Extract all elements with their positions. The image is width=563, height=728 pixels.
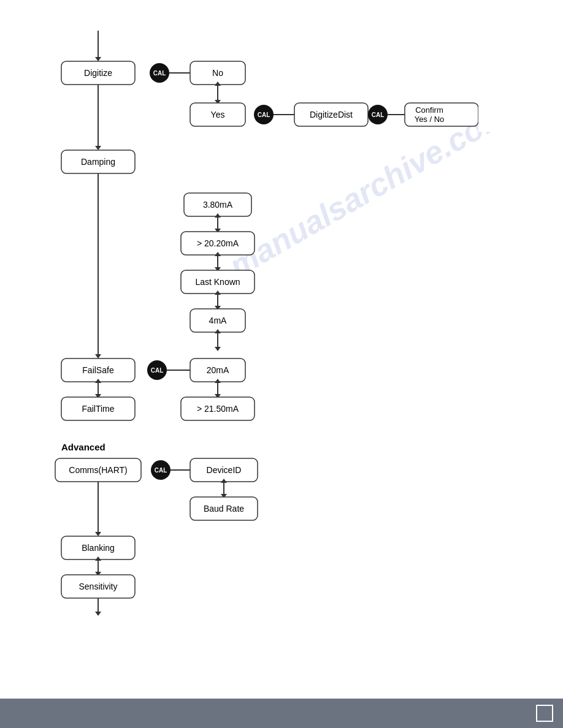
svg-marker-37 xyxy=(215,347,221,351)
digitize-label: Digitize xyxy=(84,68,112,78)
failtime-label: FailTime xyxy=(82,404,114,414)
svg-marker-66 xyxy=(95,612,101,616)
ma4-label: 4mA xyxy=(209,316,227,325)
svg-marker-18 xyxy=(95,146,101,150)
ma2020-label: > 20.20mA xyxy=(197,238,239,248)
ma2150-label: > 21.50mA xyxy=(197,404,239,414)
yes-label: Yes xyxy=(211,110,225,119)
cal4: CAL xyxy=(151,367,164,374)
failsafe-label: FailSafe xyxy=(82,365,114,375)
main-content: manualsarchive.com Digitize CAL No Yes C… xyxy=(0,0,563,699)
bottom-bar-box[interactable] xyxy=(536,705,553,722)
svg-marker-1 xyxy=(95,57,101,61)
blanking-label: Blanking xyxy=(82,543,115,553)
digitizeDist-label: DigitizeDist xyxy=(310,110,353,119)
cal2: CAL xyxy=(258,112,270,118)
flow-diagram-svg: Digitize CAL No Yes CAL DigitizeDist CAL xyxy=(0,0,563,699)
lastknown-label: Last Known xyxy=(195,277,240,287)
comms-label: Comms(HART) xyxy=(69,465,127,475)
cal3: CAL xyxy=(372,112,385,118)
damping-label: Damping xyxy=(81,157,115,167)
confirm-line2: Yes / No xyxy=(415,115,445,124)
advanced-section-label: Advanced xyxy=(61,442,105,452)
ma380-label: 3.80mA xyxy=(203,200,233,210)
cal1: CAL xyxy=(153,70,166,77)
ma20-label: 20mA xyxy=(207,365,229,375)
bottom-bar xyxy=(0,699,563,728)
svg-marker-59 xyxy=(95,532,101,536)
confirm-line1: Confirm xyxy=(415,105,443,115)
cal5: CAL xyxy=(155,467,167,474)
no-label: No xyxy=(212,68,223,78)
svg-marker-21 xyxy=(95,354,101,358)
sensitivity-label: Sensitivity xyxy=(79,582,117,591)
deviceid-label: DeviceID xyxy=(207,465,242,475)
svg-rect-16 xyxy=(478,101,563,132)
baudrate-label: Baud Rate xyxy=(204,504,244,514)
